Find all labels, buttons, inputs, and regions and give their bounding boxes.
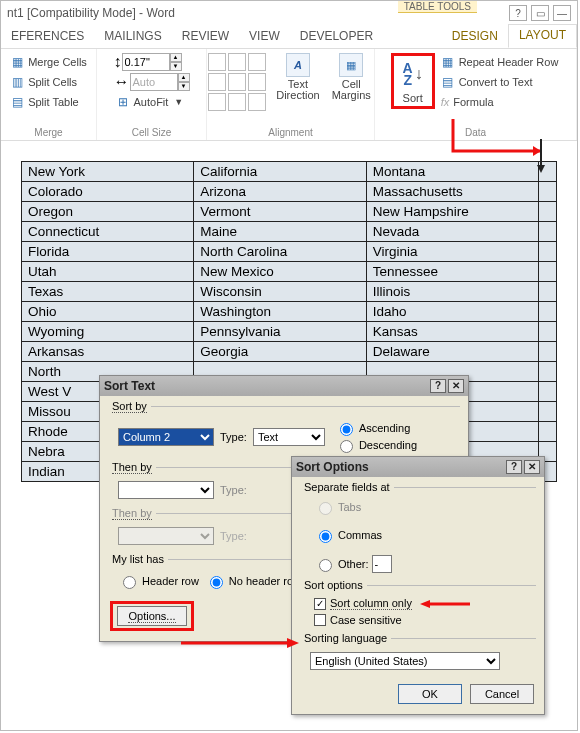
table-cell-empty[interactable]	[539, 282, 557, 302]
options-button[interactable]: Options...	[117, 606, 187, 626]
width-spinner[interactable]: ▲▼	[178, 73, 190, 91]
tab-view[interactable]: VIEW	[239, 26, 290, 48]
table-cell[interactable]: Pennsylvania	[194, 322, 366, 342]
commas-radio[interactable]: Commas	[314, 527, 536, 543]
table-cell-empty[interactable]	[539, 382, 557, 402]
tab-layout[interactable]: LAYOUT	[508, 24, 577, 48]
cancel-button[interactable]: Cancel	[470, 684, 534, 704]
minimize-button[interactable]: —	[553, 5, 571, 21]
table-cell[interactable]: Arkansas	[22, 342, 194, 362]
height-spinner[interactable]: ▲▼	[170, 53, 182, 71]
tab-references[interactable]: EFERENCES	[1, 26, 94, 48]
ribbon-options-button[interactable]: ▭	[531, 5, 549, 21]
table-cell[interactable]: Wisconsin	[194, 282, 366, 302]
table-cell-empty[interactable]	[539, 242, 557, 262]
table-cell[interactable]: Maine	[194, 222, 366, 242]
ascending-radio[interactable]: Ascending	[335, 420, 417, 436]
table-cell-empty[interactable]	[539, 422, 557, 442]
dialog-help-button[interactable]: ?	[430, 379, 446, 393]
table-cell[interactable]: Washington	[194, 302, 366, 322]
formula-button[interactable]: fxFormula	[439, 93, 496, 111]
merge-cells-button[interactable]: ▦Merge Cells	[8, 53, 89, 71]
table-cell[interactable]: Massachusetts	[366, 182, 538, 202]
cell-margins-button[interactable]: ▦ Cell Margins	[330, 53, 373, 101]
table-cell[interactable]: Oregon	[22, 202, 194, 222]
sort-button[interactable]: AZ↓ Sort	[396, 58, 430, 104]
header-row-radio[interactable]: Header row	[118, 573, 199, 589]
table-cell[interactable]: Wyoming	[22, 322, 194, 342]
table-cell[interactable]: Nevada	[366, 222, 538, 242]
language-select[interactable]: English (United States)	[310, 652, 500, 670]
autofit-button[interactable]: ⊞AutoFit▼	[114, 93, 190, 111]
table-row[interactable]: UtahNew MexicoTennessee	[22, 262, 557, 282]
table-cell[interactable]: Arizona	[194, 182, 366, 202]
table-cell-empty[interactable]	[539, 322, 557, 342]
table-row[interactable]: OregonVermontNew Hampshire	[22, 202, 557, 222]
no-header-radio[interactable]: No header row	[205, 573, 301, 589]
table-cell-empty[interactable]	[539, 342, 557, 362]
table-cell[interactable]: Connecticut	[22, 222, 194, 242]
table-cell[interactable]: Tennessee	[366, 262, 538, 282]
table-row[interactable]: OhioWashingtonIdaho	[22, 302, 557, 322]
table-row[interactable]: ConnecticutMaineNevada	[22, 222, 557, 242]
table-cell-empty[interactable]	[539, 182, 557, 202]
table-cell[interactable]: Virginia	[366, 242, 538, 262]
tab-mailings[interactable]: MAILINGS	[94, 26, 171, 48]
table-cell-empty[interactable]	[539, 262, 557, 282]
other-input[interactable]	[372, 555, 392, 573]
dialog-close-button[interactable]: ✕	[448, 379, 464, 393]
options-help-button[interactable]: ?	[506, 460, 522, 474]
table-row[interactable]: TexasWisconsinIllinois	[22, 282, 557, 302]
table-cell[interactable]: Idaho	[366, 302, 538, 322]
case-sensitive-checkbox[interactable]: Case sensitive	[314, 614, 536, 626]
table-cell[interactable]: Utah	[22, 262, 194, 282]
alignment-grid[interactable]	[208, 53, 266, 111]
column-only-checkbox[interactable]: ✓ Sort column only	[314, 597, 536, 610]
table-cell-empty[interactable]	[539, 302, 557, 322]
other-radio[interactable]: Other:	[314, 555, 536, 573]
tab-developer[interactable]: DEVELOPER	[290, 26, 383, 48]
table-cell[interactable]: Ohio	[22, 302, 194, 322]
sortby-column-select[interactable]: Column 2	[118, 428, 214, 446]
tab-design[interactable]: DESIGN	[442, 26, 508, 48]
split-table-button[interactable]: ▤Split Table	[8, 93, 81, 111]
tabs-radio[interactable]: Tabs	[314, 499, 536, 515]
table-row[interactable]: ColoradoArizonaMassachusetts	[22, 182, 557, 202]
table-cell[interactable]: New York	[22, 162, 194, 182]
text-direction-button[interactable]: A Text Direction	[274, 53, 321, 101]
table-cell[interactable]: California	[194, 162, 366, 182]
table-cell[interactable]: Texas	[22, 282, 194, 302]
table-cell-empty[interactable]	[539, 162, 557, 182]
table-cell[interactable]: New Hampshire	[366, 202, 538, 222]
table-cell[interactable]: Kansas	[366, 322, 538, 342]
table-row[interactable]: New YorkCaliforniaMontana	[22, 162, 557, 182]
tab-review[interactable]: REVIEW	[172, 26, 239, 48]
table-cell[interactable]: Colorado	[22, 182, 194, 202]
row-height-input[interactable]: 0.17"	[122, 53, 170, 71]
table-cell[interactable]: Georgia	[194, 342, 366, 362]
convert-text-button[interactable]: ▤Convert to Text	[439, 73, 535, 91]
table-cell[interactable]: Vermont	[194, 202, 366, 222]
thenby-column-select[interactable]	[118, 481, 214, 499]
split-cells-button[interactable]: ▥Split Cells	[8, 73, 79, 91]
table-row[interactable]: ArkansasGeorgiaDelaware	[22, 342, 557, 362]
table-cell[interactable]: North Carolina	[194, 242, 366, 262]
table-cell[interactable]: Delaware	[366, 342, 538, 362]
table-row[interactable]: FloridaNorth CarolinaVirginia	[22, 242, 557, 262]
table-cell-empty[interactable]	[539, 222, 557, 242]
table-cell[interactable]: Montana	[366, 162, 538, 182]
col-width-input[interactable]: Auto	[130, 73, 178, 91]
table-row[interactable]: WyomingPennsylvaniaKansas	[22, 322, 557, 342]
repeat-header-button[interactable]: ▦Repeat Header Row	[439, 53, 561, 71]
options-close-button[interactable]: ✕	[524, 460, 540, 474]
table-cell-empty[interactable]	[539, 362, 557, 382]
table-cell-empty[interactable]	[539, 402, 557, 422]
sortby-type-select[interactable]: Text	[253, 428, 325, 446]
table-cell-empty[interactable]	[539, 202, 557, 222]
help-button[interactable]: ?	[509, 5, 527, 21]
ok-button[interactable]: OK	[398, 684, 462, 704]
descending-radio[interactable]: Descending	[335, 437, 417, 453]
table-cell[interactable]: New Mexico	[194, 262, 366, 282]
table-cell[interactable]: Illinois	[366, 282, 538, 302]
table-cell[interactable]: Florida	[22, 242, 194, 262]
